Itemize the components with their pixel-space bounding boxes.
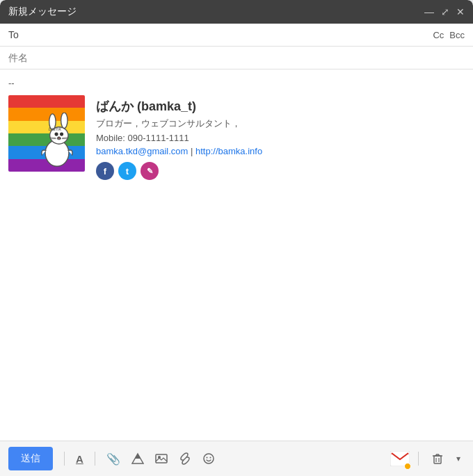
twitter-icon[interactable]: t — [118, 162, 136, 180]
sig-link-separator: | — [191, 146, 195, 156]
svg-rect-14 — [156, 454, 167, 463]
emoji-icon — [202, 452, 215, 465]
to-row: To Cc Bcc — [0, 24, 473, 47]
trash-icon — [431, 452, 444, 465]
cc-bcc-controls: Cc Bcc — [433, 30, 465, 40]
toolbar-right: ▾ — [390, 449, 465, 468]
toolbar-separator-1 — [64, 452, 65, 466]
gmail-badge — [404, 463, 411, 470]
sig-email-website: bamka.tkd@gmail.com | http://bamka.info — [96, 146, 262, 156]
svg-point-3 — [61, 113, 67, 129]
svg-rect-21 — [434, 456, 441, 463]
emoji-button[interactable] — [198, 450, 219, 468]
signature-image: bamk — [8, 95, 85, 172]
svg-line-16 — [184, 457, 186, 460]
svg-point-17 — [204, 454, 214, 463]
minimize-button[interactable]: — — [424, 6, 434, 17]
svg-point-4 — [55, 133, 58, 136]
toolbar-separator-2 — [95, 452, 95, 466]
sig-name: ばんか (bamka_t) — [96, 98, 262, 115]
link-button[interactable] — [175, 450, 195, 468]
sig-email-link[interactable]: bamka.tkd@gmail.com — [96, 146, 188, 156]
font-button[interactable]: A — [72, 450, 88, 468]
body-area[interactable]: -- — [0, 69, 473, 441]
bcc-button[interactable]: Bcc — [449, 30, 465, 40]
gmail-icon — [390, 449, 410, 468]
sig-website-link[interactable]: http://bamka.info — [195, 146, 262, 156]
svg-point-19 — [209, 457, 211, 459]
font-icon: A — [76, 453, 83, 465]
drive-button[interactable] — [127, 450, 148, 468]
more-options-icon: ▾ — [456, 454, 460, 463]
sig-social: f t ✎ — [96, 162, 262, 180]
subject-row — [0, 47, 473, 69]
window-title: 新規メッセージ — [8, 6, 77, 18]
svg-text:bamk: bamk — [49, 126, 63, 132]
window-controls: — ⤢ ✕ — [424, 6, 465, 17]
facebook-icon[interactable]: f — [96, 162, 114, 180]
svg-point-18 — [206, 457, 207, 459]
toolbar: 送信 A 📎 — [0, 441, 473, 476]
instagram-label: ✎ — [147, 167, 153, 176]
sig-title: ブロガー，ウェブコンサルタント， — [96, 117, 262, 130]
delete-button[interactable] — [427, 450, 448, 468]
drive-icon — [131, 452, 144, 465]
instagram-icon[interactable]: ✎ — [141, 162, 159, 180]
signature-info: ばんか (bamka_t) ブロガー，ウェブコンサルタント， Mobile: 0… — [96, 95, 262, 180]
attach-button[interactable]: 📎 — [102, 450, 125, 468]
close-button[interactable]: ✕ — [456, 6, 465, 17]
signature-block: bamk ばんか (bamka_t) ブロガー，ウェブコンサルタント， Mobi… — [8, 95, 465, 180]
cc-button[interactable]: Cc — [433, 30, 444, 40]
compose-window: 新規メッセージ — ⤢ ✕ To Cc Bcc -- — [0, 0, 473, 476]
link-icon — [179, 452, 191, 465]
more-options-button[interactable]: ▾ — [452, 451, 465, 466]
facebook-label: f — [104, 166, 106, 177]
dash-separator: -- — [8, 78, 465, 88]
image-icon — [155, 452, 168, 465]
subject-input[interactable] — [8, 52, 465, 63]
svg-point-6 — [58, 137, 61, 139]
attach-icon: 📎 — [106, 452, 120, 466]
title-bar: 新規メッセージ — ⤢ ✕ — [0, 0, 473, 24]
sig-mobile: Mobile: 090-1111-1111 — [96, 133, 262, 143]
toolbar-separator-3 — [418, 452, 419, 466]
svg-point-5 — [61, 133, 63, 136]
maximize-button[interactable]: ⤢ — [441, 6, 449, 17]
to-input[interactable] — [35, 29, 433, 40]
to-label: To — [8, 29, 29, 40]
image-button[interactable] — [151, 450, 172, 468]
bunny-svg: bamk — [33, 113, 81, 168]
bunny-illustration: bamk — [33, 113, 81, 168]
stripe-red — [8, 95, 85, 108]
send-button[interactable]: 送信 — [8, 447, 53, 470]
twitter-label: t — [126, 166, 129, 177]
